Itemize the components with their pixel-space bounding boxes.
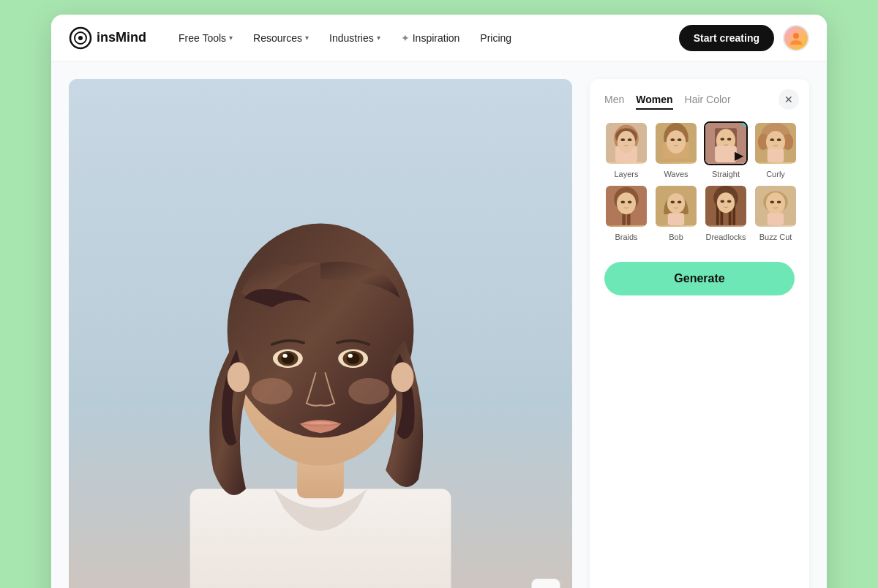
svg-point-37 xyxy=(721,137,725,140)
svg-point-56 xyxy=(667,193,685,214)
browser-window: insMind Free Tools ▾ Resources ▾ Industr… xyxy=(51,15,827,588)
style-panel: ✕ Men Women Hair Color xyxy=(590,79,809,588)
hair-label-dreadlocks: Dreadlocks xyxy=(705,233,746,241)
svg-rect-39 xyxy=(715,146,737,162)
tab-men[interactable]: Men xyxy=(604,94,624,110)
svg-point-32 xyxy=(671,138,675,141)
hair-label-layers: Layers xyxy=(614,170,638,178)
svg-point-53 xyxy=(621,200,626,203)
svg-point-31 xyxy=(667,130,686,154)
hair-thumb-curly xyxy=(754,121,798,165)
svg-point-52 xyxy=(617,192,636,214)
nav-links: Free Tools ▾ Resources ▾ Industries ▾ ✦ … xyxy=(170,26,679,50)
svg-rect-6 xyxy=(190,489,451,588)
image-panel xyxy=(69,79,572,588)
svg-rect-74 xyxy=(768,213,784,225)
tab-row: Men Women Hair Color xyxy=(604,94,795,110)
svg-point-57 xyxy=(671,200,675,203)
hair-style-dreadlocks[interactable]: Dreadlocks xyxy=(704,184,748,241)
hair-label-braids: Braids xyxy=(615,233,637,241)
hair-style-waves[interactable]: Waves xyxy=(654,121,698,178)
industries-label: Industries xyxy=(329,32,374,44)
svg-point-18 xyxy=(252,378,293,404)
curly-preview xyxy=(755,123,796,164)
svg-point-27 xyxy=(621,138,626,141)
hair-style-straight[interactable]: ▶ Straight xyxy=(704,121,748,178)
svg-rect-47 xyxy=(768,148,784,162)
free-tools-label: Free Tools xyxy=(179,32,226,44)
hair-label-buzz-cut: Buzz Cut xyxy=(759,233,792,241)
hair-thumb-layers xyxy=(604,121,648,165)
hair-thumb-straight: ▶ xyxy=(704,121,748,165)
resources-label: Resources xyxy=(253,32,302,44)
svg-point-2 xyxy=(78,36,83,40)
hair-thumb-dreadlocks xyxy=(704,184,748,228)
nav-actions: Start creating xyxy=(679,25,809,51)
svg-point-73 xyxy=(777,200,781,203)
tab-women[interactable]: Women xyxy=(636,94,672,110)
svg-point-66 xyxy=(717,192,735,213)
chevron-down-icon: ▾ xyxy=(229,34,233,42)
svg-point-33 xyxy=(678,138,682,141)
hair-style-grid: Layers xyxy=(604,121,795,241)
spark-icon: ✦ xyxy=(401,32,410,44)
close-button[interactable]: ✕ xyxy=(778,89,799,110)
hair-style-curly[interactable]: Curly xyxy=(754,121,798,178)
layers-preview xyxy=(606,123,647,164)
svg-point-72 xyxy=(770,200,775,203)
hair-thumb-buzz-cut xyxy=(754,184,798,228)
avatar[interactable] xyxy=(783,25,809,51)
hair-thumb-braids xyxy=(604,184,648,228)
bob-preview xyxy=(656,186,697,227)
svg-point-17 xyxy=(348,354,353,358)
hair-label-curly: Curly xyxy=(766,170,785,178)
svg-point-20 xyxy=(228,362,250,392)
hair-style-bob[interactable]: Bob xyxy=(654,184,698,241)
svg-point-38 xyxy=(727,137,732,140)
hair-thumb-bob xyxy=(654,184,698,228)
portrait-svg xyxy=(69,79,572,588)
upload-button[interactable] xyxy=(531,578,560,588)
logo[interactable]: insMind xyxy=(69,26,146,50)
waves-preview xyxy=(656,123,697,164)
hair-label-waves: Waves xyxy=(664,170,688,178)
hair-label-straight: Straight xyxy=(712,170,740,178)
dreadlocks-preview xyxy=(705,186,746,227)
svg-point-3 xyxy=(793,33,799,39)
nav-inspiration[interactable]: ✦ Inspiration xyxy=(392,26,469,50)
hair-style-buzz-cut[interactable]: Buzz Cut xyxy=(754,184,798,241)
svg-point-58 xyxy=(678,200,682,203)
svg-rect-59 xyxy=(668,213,684,225)
svg-point-54 xyxy=(628,200,632,203)
nav-industries[interactable]: Industries ▾ xyxy=(320,26,389,50)
inspiration-label: Inspiration xyxy=(413,32,460,44)
tab-hair-color[interactable]: Hair Color xyxy=(685,94,731,110)
hair-style-layers[interactable]: Layers xyxy=(604,121,648,178)
straight-preview xyxy=(705,123,746,164)
svg-point-13 xyxy=(282,354,287,358)
chevron-down-icon: ▾ xyxy=(377,34,380,42)
hair-label-bob: Bob xyxy=(669,233,683,241)
svg-point-68 xyxy=(727,200,732,203)
nav-pricing[interactable]: Pricing xyxy=(471,26,520,50)
logo-text: insMind xyxy=(97,30,146,45)
photo-container xyxy=(69,79,572,588)
nav-resources[interactable]: Resources ▾ xyxy=(244,26,318,50)
chevron-down-icon: ▾ xyxy=(305,34,309,42)
svg-point-19 xyxy=(348,378,389,404)
navbar: insMind Free Tools ▾ Resources ▾ Industr… xyxy=(51,15,827,61)
user-icon xyxy=(788,30,804,46)
svg-point-26 xyxy=(618,131,635,153)
start-creating-button[interactable]: Start creating xyxy=(679,25,774,51)
generate-button[interactable]: Generate xyxy=(604,262,795,295)
braids-preview xyxy=(606,186,647,227)
main-content: ✕ Men Women Hair Color xyxy=(51,61,827,588)
hair-style-braids[interactable]: Braids xyxy=(604,184,648,241)
hair-thumb-waves xyxy=(654,121,698,165)
svg-point-46 xyxy=(777,138,781,141)
logo-icon xyxy=(69,26,92,50)
svg-point-71 xyxy=(766,192,785,214)
svg-point-28 xyxy=(628,138,632,141)
nav-free-tools[interactable]: Free Tools ▾ xyxy=(170,26,241,50)
svg-point-21 xyxy=(391,362,414,392)
